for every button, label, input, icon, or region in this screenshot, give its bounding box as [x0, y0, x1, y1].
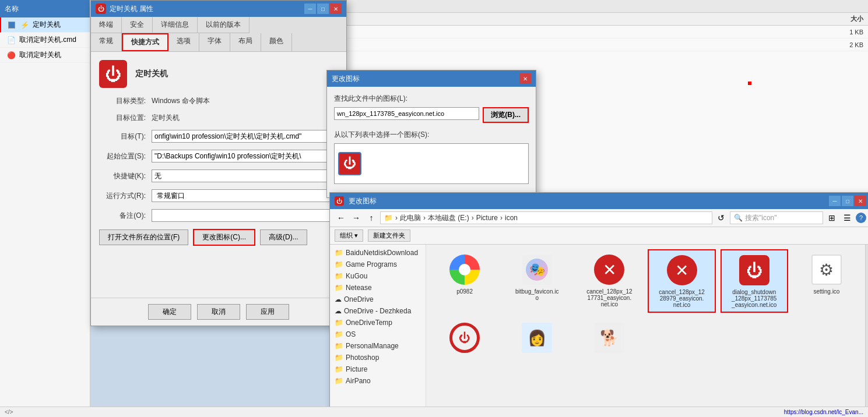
status-bar: </> https://blog.csdn.net/lc_Evan...	[0, 407, 868, 417]
fm-forward-button[interactable]: →	[350, 211, 363, 224]
tab-security[interactable]: 安全	[122, 17, 153, 33]
tab-layout[interactable]: 布局	[230, 33, 261, 51]
input-target[interactable]	[152, 130, 338, 143]
advanced-button[interactable]: 高级(D)...	[260, 229, 307, 245]
tab-options[interactable]: 选项	[168, 33, 199, 51]
select-run-mode[interactable]: 常规窗口	[152, 189, 338, 202]
apply-button[interactable]: 应用	[246, 304, 289, 320]
tab-color[interactable]: 颜色	[261, 33, 292, 51]
fm-scrollbar[interactable]	[865, 245, 868, 413]
tab-general[interactable]: 常规	[91, 33, 122, 51]
field-run-mode: 运行方式(R): 常规窗口	[99, 189, 338, 202]
fm-sidebar-label-1: BaiduNetdiskDownload	[346, 249, 418, 257]
fm-back-button[interactable]: ←	[335, 211, 347, 224]
fm-refresh-button[interactable]: ↺	[715, 211, 728, 224]
fm-sidebar-label-7: OneDriveTemp	[346, 319, 392, 327]
fm-icon-img-setting: ⚙	[810, 253, 843, 286]
fm-icon-power[interactable]: ⏻ dialog_shutdown_128px_1173785_easyicon…	[721, 249, 788, 313]
fm-sidebar-item-game[interactable]: 📁 Game Programs	[330, 259, 426, 270]
fm-sidebar-item-personalmanage[interactable]: 📁 PersonalManage	[330, 340, 426, 352]
fm-icon-cancel2[interactable]: ✕ cancel_128px_1228979_easyicon.net.ico	[648, 249, 715, 313]
properties-dialog-title: 定时关机 属性	[110, 4, 153, 14]
field-comment: 备注(O):	[99, 209, 338, 222]
fm-sidebar-label-3: KuGou	[346, 272, 367, 280]
change-icon-path-input[interactable]	[334, 107, 479, 120]
fm-sidebar-item-netease[interactable]: 📁 Netease	[330, 282, 426, 294]
fm-icon-bitbug[interactable]: 🎭 bitbug_favicon.ico	[503, 249, 571, 313]
fm-icon-row2-3[interactable]: 🐕	[575, 317, 643, 361]
fm-icon-row2-2[interactable]: 👩	[503, 317, 571, 361]
fm-view2-button[interactable]: ☰	[841, 211, 853, 224]
fm-sidebar-item-photoshop[interactable]: 📁 Photoshop	[330, 352, 426, 363]
left-panel-item-2[interactable]: 📄 取消定时关机.cmd	[0, 33, 90, 48]
open-location-button[interactable]: 打开文件所在的位置(F)	[99, 229, 188, 245]
tab-previous-versions[interactable]: 以前的版本	[198, 17, 249, 33]
fm-breadcrumb[interactable]: 📁 › 此电脑 › 本地磁盘 (E:) › Picture › icon	[380, 211, 712, 224]
input-shortcut-key[interactable]	[152, 169, 338, 182]
fm-sidebar-item-kugou[interactable]: 📁 KuGou	[330, 270, 426, 282]
left-panel-item-3[interactable]: 🔴 取消定时关机	[0, 48, 90, 63]
fm-sidebar-item-airpano[interactable]: 📁 AirPano	[330, 375, 426, 387]
tab-details[interactable]: 详细信息	[153, 17, 198, 33]
field-start-in: 起始位置(S):	[99, 150, 338, 162]
fm-organize-button[interactable]: 组织 ▾	[335, 229, 363, 242]
fm-sidebar-label-4: Netease	[346, 284, 372, 292]
fm-sidebar-item-onedrivetemp[interactable]: 📁 OneDriveTemp	[330, 317, 426, 328]
ok-button[interactable]: 确定	[148, 304, 191, 320]
input-comment[interactable]	[152, 209, 338, 222]
change-icon-label-1: 查找此文件中的图标(L):	[334, 94, 529, 104]
left-panel-item-1[interactable]: ⚡ 定时关机	[0, 17, 90, 33]
minimize-button[interactable]: ─	[304, 3, 316, 14]
fm-icon-cancel1[interactable]: ✕ cancel_128px_1217731_easyicon.net.ico	[575, 249, 643, 313]
fm-up-button[interactable]: ↑	[365, 211, 378, 224]
fm-action-bar: 组织 ▾ 新建文件夹	[330, 227, 868, 245]
fm-icon-img-cancel1: ✕	[593, 253, 625, 286]
fm-maximize[interactable]: □	[842, 196, 853, 206]
fm-sidebar-item-os[interactable]: 📁 OS	[330, 328, 426, 340]
fm-bc-sep3: ›	[500, 214, 502, 222]
fm-icon-setting[interactable]: ⚙ setting.ico	[793, 249, 860, 313]
fm-minimize[interactable]: ─	[829, 196, 841, 206]
fm-close[interactable]: ✕	[855, 196, 866, 206]
fm-icon-row2-1[interactable]: ⏻	[431, 317, 498, 361]
tab-font[interactable]: 字体	[199, 33, 230, 51]
icon-preview[interactable]: ⏻	[338, 152, 361, 175]
left-panel-label-3: 取消定时关机	[19, 50, 61, 60]
fm-sidebar-label-10: Photoshop	[346, 354, 379, 362]
fm-sidebar-label-6: OneDrive - Dezhkeda	[344, 307, 411, 315]
value-target-type: Windows 命令脚本	[152, 96, 210, 106]
fm-sidebar-item-picture[interactable]: 📁 Picture	[330, 363, 426, 375]
close-button[interactable]: ✕	[330, 3, 342, 14]
checkbox-1[interactable]	[8, 22, 17, 29]
tab-shortcut[interactable]: 快捷方式	[122, 33, 168, 51]
maximize-button[interactable]: □	[317, 3, 329, 14]
fm-icon-p0982[interactable]: p0982	[431, 249, 498, 313]
change-icon-small-controls: ✕	[519, 73, 531, 84]
status-left: </>	[5, 409, 13, 415]
left-panel-header: 名称	[0, 0, 90, 17]
label-target-type: 目标类型:	[99, 96, 146, 106]
tab-bar: 终端 安全 详细信息 以前的版本 常规 快捷方式 选项 字体 布局 颜色	[91, 17, 346, 52]
browse-button[interactable]: 浏览(B)...	[483, 107, 529, 123]
fm-icon-img-power: ⏻	[738, 254, 771, 287]
file-manager-dialog: ⏻ 更改图标 ─ □ ✕ ← → ↑ 📁 › 此电脑 › 本地磁盘 (E:) ›…	[329, 192, 868, 414]
fm-sidebar-item-onedrive[interactable]: ☁ OneDrive	[330, 294, 426, 305]
fm-icon-img-row2-3: 🐕	[593, 321, 625, 354]
fm-search-box[interactable]: 🔍 搜索"icon"	[730, 211, 823, 224]
change-icon-small-close[interactable]: ✕	[519, 73, 531, 84]
fm-sidebar-item-onedrive-dezhkeda[interactable]: ☁ OneDrive - Dezhkeda	[330, 305, 426, 317]
fm-main-area: p0982 🎭 bitbug_favicon.ico ✕ cancel_128p…	[426, 245, 865, 413]
tab-terminal[interactable]: 终端	[91, 17, 122, 33]
file-icon-3: 🔴	[7, 51, 16, 59]
fm-content: 📁 BaiduNetdiskDownload 📁 Game Programs 📁…	[330, 245, 868, 413]
input-start-in[interactable]	[152, 150, 338, 162]
change-icon-label-2: 从以下列表中选择一个图标(S):	[334, 130, 529, 140]
check-icon	[8, 22, 15, 29]
fm-help-button[interactable]: ?	[856, 213, 866, 223]
fm-view-button[interactable]: ⊞	[825, 211, 838, 224]
fm-new-folder-button[interactable]: 新建文件夹	[368, 229, 410, 242]
cancel-button[interactable]: 取消	[197, 304, 240, 320]
change-icon-button[interactable]: 更改图标(C)...	[193, 229, 255, 246]
fm-sidebar-item-baidunetdisk[interactable]: 📁 BaiduNetdiskDownload	[330, 247, 426, 259]
folder-icon-5: 📁	[335, 319, 343, 327]
